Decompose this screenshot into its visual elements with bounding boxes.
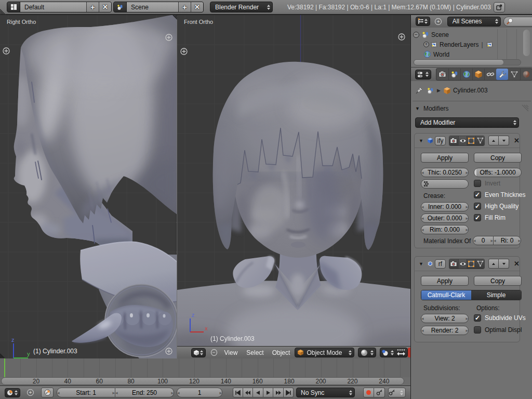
- svg-text:x: x: [205, 325, 208, 331]
- svg-text:z: z: [192, 312, 195, 318]
- svg-text:z: z: [11, 337, 15, 343]
- svg-text:y: y: [27, 351, 30, 357]
